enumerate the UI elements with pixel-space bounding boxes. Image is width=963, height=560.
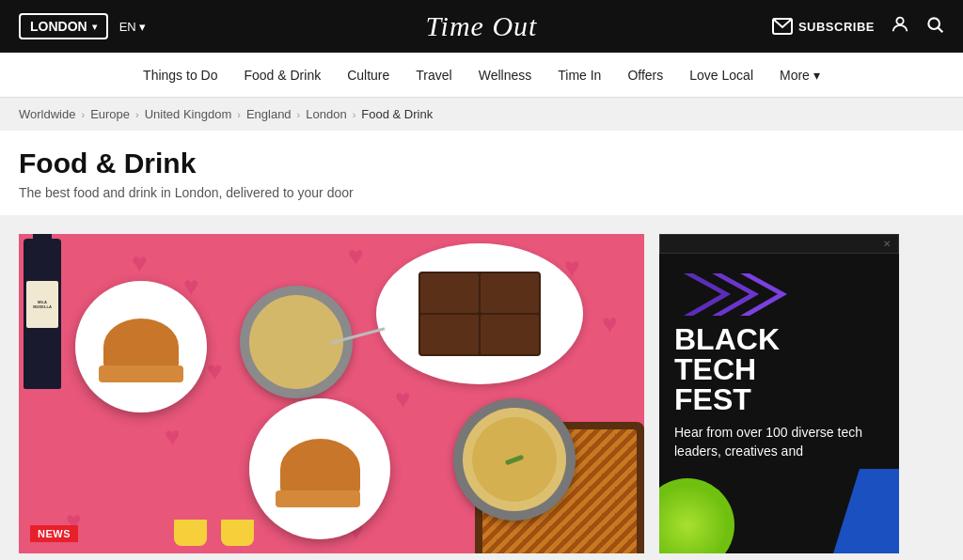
brownies xyxy=(418,272,541,356)
subscribe-button[interactable]: SUBSCRIBE xyxy=(772,18,875,35)
ad-content-inner: BLACKTECHFEST Hear from over 100 diverse… xyxy=(674,269,884,460)
breadcrumb-separator: › xyxy=(297,109,301,120)
chevron-down-icon: ▾ xyxy=(92,22,97,32)
svg-point-2 xyxy=(928,18,939,29)
ad-content: BLACKTECHFEST Hear from over 100 diverse… xyxy=(659,254,899,553)
breadcrumb-united-kingdom[interactable]: United Kingdom xyxy=(145,107,232,121)
more-chevron-icon: ▾ xyxy=(813,68,820,83)
breadcrumb-separator: › xyxy=(81,109,85,120)
nav-item-culture[interactable]: Culture xyxy=(347,68,389,83)
sauce-cup-left xyxy=(174,520,207,546)
main-nav: Things to Do Food & Drink Culture Travel… xyxy=(0,53,963,98)
svg-line-3 xyxy=(939,28,943,33)
news-badge[interactable]: NEWS xyxy=(30,525,78,542)
brownies-plate xyxy=(376,243,583,384)
page-header: Food & Drink The best food and drink in … xyxy=(0,131,963,215)
lang-chevron-icon: ▾ xyxy=(139,20,146,34)
content-area: ♥ ♥ ♥ ♥ ♥ ♥ ♥ ♥ ♥ ♥ ♥ ♥ ♥ ♥ ♥ MILAMUDELL… xyxy=(0,215,963,553)
page-subtitle: The best food and drink in London, deliv… xyxy=(19,185,944,200)
nav-item-food-drink[interactable]: Food & Drink xyxy=(244,68,321,83)
site-logo[interactable]: Time Out xyxy=(426,10,538,42)
nav-item-love-local[interactable]: Love Local xyxy=(689,68,753,83)
wine-bottle: MILAMUDELLA xyxy=(24,239,61,389)
ad-chevrons-graphic xyxy=(674,269,862,320)
wine-label: MILAMUDELLA xyxy=(26,281,58,328)
breadcrumb-london[interactable]: London xyxy=(306,107,346,121)
nav-item-offers[interactable]: Offers xyxy=(627,68,663,83)
mac-cheese-pan-right xyxy=(453,398,576,521)
breadcrumb-separator: › xyxy=(353,109,356,120)
breadcrumb-separator: › xyxy=(237,109,241,120)
burger-center xyxy=(280,439,360,500)
burger-left xyxy=(103,319,179,375)
search-icon[interactable] xyxy=(925,15,944,38)
city-selector-button[interactable]: LONDON ▾ xyxy=(19,13,108,39)
site-header: LONDON ▾ EN ▾ Time Out SUBSCRIBE xyxy=(0,0,963,53)
nav-item-things-to-do[interactable]: Things to Do xyxy=(143,68,217,83)
ad-green-blob xyxy=(659,478,734,553)
hero-image-bg: ♥ ♥ ♥ ♥ ♥ ♥ ♥ ♥ ♥ ♥ ♥ ♥ ♥ ♥ ♥ MILAMUDELL… xyxy=(19,234,644,553)
header-right: SUBSCRIBE xyxy=(772,14,944,39)
nav-item-travel[interactable]: Travel xyxy=(416,68,451,83)
envelope-icon xyxy=(772,18,793,35)
breadcrumb-europe[interactable]: Europe xyxy=(90,107,130,121)
nav-item-time-in[interactable]: Time In xyxy=(558,68,601,83)
breadcrumb: Worldwide › Europe › United Kingdom › En… xyxy=(0,98,963,131)
breadcrumb-england[interactable]: England xyxy=(246,107,292,121)
breadcrumb-worldwide[interactable]: Worldwide xyxy=(19,107,75,121)
ad-subtext: Hear from over 100 diverse tech leaders,… xyxy=(674,424,884,460)
nav-item-wellness[interactable]: Wellness xyxy=(479,68,532,83)
svg-point-1 xyxy=(896,17,903,23)
ad-label: ✕ xyxy=(659,234,899,254)
city-label: LONDON xyxy=(30,19,87,34)
user-account-icon[interactable] xyxy=(890,14,910,39)
ad-blue-shape xyxy=(833,469,899,553)
svg-marker-6 xyxy=(740,273,787,316)
language-selector[interactable]: EN ▾ xyxy=(119,20,146,34)
header-left: LONDON ▾ EN ▾ xyxy=(19,13,146,39)
hero-image[interactable]: ♥ ♥ ♥ ♥ ♥ ♥ ♥ ♥ ♥ ♥ ♥ ♥ ♥ ♥ ♥ MILAMUDELL… xyxy=(19,234,644,553)
nav-item-more[interactable]: More ▾ xyxy=(780,68,820,83)
breadcrumb-separator: › xyxy=(135,109,139,120)
burger-plate-left xyxy=(75,281,207,412)
breadcrumb-food-drink: Food & Drink xyxy=(361,107,433,121)
lang-label: EN xyxy=(119,20,136,34)
page-title: Food & Drink xyxy=(19,148,944,179)
sauce-cup-right xyxy=(221,520,254,546)
advertisement-panel[interactable]: ✕ BLACKTECHFEST Hear from over 100 diver… xyxy=(659,234,899,553)
burger-plate-center xyxy=(249,398,390,539)
ad-headline: BLACKTECHFEST xyxy=(674,324,884,414)
